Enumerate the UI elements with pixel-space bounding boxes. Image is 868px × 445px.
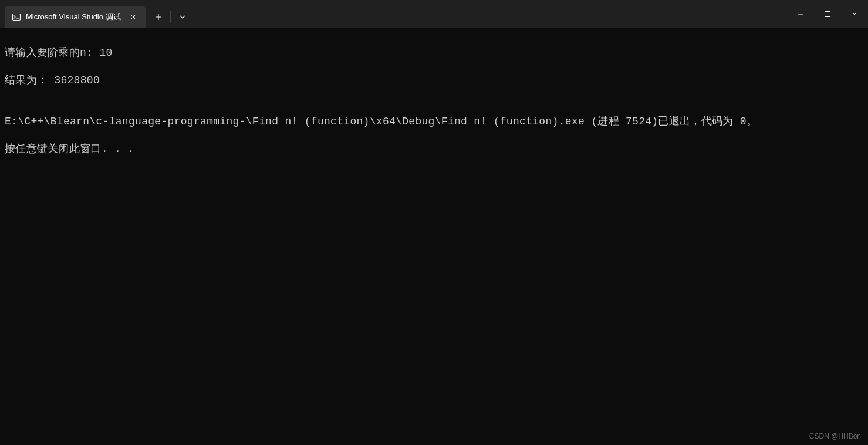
tab-title: Microsoft Visual Studio 调试 — [26, 12, 123, 22]
output-line: 结果为： 3628800 — [5, 74, 863, 87]
tab-active[interactable]: Microsoft Visual Studio 调试 — [5, 6, 146, 28]
tab-close-button[interactable] — [128, 12, 139, 22]
tab-actions — [148, 6, 193, 28]
output-line: 请输入要阶乘的n: 10 — [5, 46, 863, 60]
minimize-button[interactable] — [787, 5, 814, 23]
window-controls — [787, 0, 868, 28]
titlebar: Microsoft Visual Studio 调试 — [0, 0, 868, 28]
svg-rect-1 — [825, 12, 830, 17]
watermark: CSDN @HHBon — [809, 432, 861, 440]
terminal-icon — [12, 12, 21, 22]
output-line: E:\C++\Blearn\c-language-programming-\Fi… — [5, 115, 863, 129]
titlebar-left: Microsoft Visual Studio 调试 — [0, 0, 193, 28]
output-line: 按任意键关闭此窗口. . . — [5, 143, 863, 156]
tab-dropdown-button[interactable] — [172, 6, 193, 28]
tab-divider — [170, 11, 171, 23]
terminal-output[interactable]: 请输入要阶乘的n: 10 结果为： 3628800 E:\C++\Blearn\… — [0, 28, 868, 175]
svg-rect-0 — [13, 14, 21, 21]
close-window-button[interactable] — [841, 5, 868, 23]
maximize-button[interactable] — [814, 5, 841, 23]
new-tab-button[interactable] — [148, 6, 169, 28]
